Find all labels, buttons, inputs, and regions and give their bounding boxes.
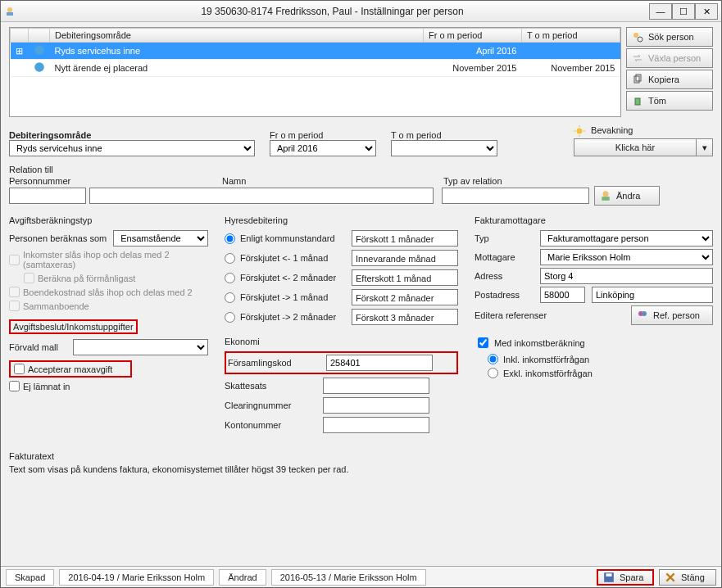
col-area[interactable]: Debiteringsområde: [50, 29, 424, 43]
globe-icon: [34, 61, 45, 73]
area-grid[interactable]: Debiteringsområde Fr o m period T o m pe…: [9, 27, 621, 117]
svg-rect-7: [636, 75, 641, 81]
close-form-button[interactable]: Stäng: [659, 569, 716, 586]
svg-point-9: [577, 129, 583, 134]
close-icon: [665, 572, 676, 583]
city-input[interactable]: [592, 287, 713, 303]
svg-point-4: [633, 33, 638, 38]
svg-point-5: [638, 37, 643, 42]
namn-label: Namn: [222, 176, 435, 186]
mott-select[interactable]: Marie Eriksson Holm: [540, 249, 713, 265]
andrad-value: 2016-05-13 / Marie Eriksson Holm: [271, 569, 426, 586]
ekonomi-header: Ekonomi: [225, 337, 458, 346]
pnr-input[interactable]: [9, 188, 86, 204]
svg-point-3: [34, 62, 44, 72]
adr-label: Adress: [475, 271, 534, 281]
svg-point-14: [603, 191, 609, 197]
typ-select[interactable]: Fakturamottagare person: [540, 230, 713, 247]
cb-forman: [24, 273, 34, 283]
copy-icon: [632, 74, 643, 85]
table-row[interactable]: Nytt ärende ej placerad November 2015 No…: [11, 60, 620, 77]
expand-icon[interactable]: ⊞: [11, 43, 29, 60]
reltype-label: Typ av relation: [443, 176, 599, 186]
faktmott-header: Fakturamottagare: [475, 215, 713, 225]
svg-rect-8: [635, 98, 640, 105]
radio-inkl[interactable]: [488, 354, 498, 364]
globe-icon: [34, 44, 45, 56]
copy-button[interactable]: Kopiera: [626, 70, 713, 89]
people-icon: [637, 310, 648, 321]
svg-point-0: [7, 7, 12, 12]
mall-select[interactable]: [73, 339, 208, 355]
to-period-select[interactable]: [391, 140, 497, 156]
svg-point-17: [642, 311, 647, 316]
clearing-input[interactable]: [323, 397, 429, 414]
reltype-input[interactable]: [442, 188, 589, 204]
skapad-value: 2016-04-19 / Marie Eriksson Holm: [59, 569, 214, 586]
person-icon: [600, 190, 611, 201]
window-title: 19 350630-8174 Fredriksson, Paul - Instä…: [16, 6, 649, 17]
hyra-header: Hyresdebitering: [225, 215, 458, 225]
table-row[interactable]: ⊞ Ryds servicehus inne April 2016: [11, 43, 620, 60]
clear-button[interactable]: Töm: [626, 91, 713, 111]
avgift-header: Avgiftsberäkningstyp: [9, 215, 208, 225]
beraknas-select[interactable]: Ensamstående: [113, 230, 208, 247]
from-period-select[interactable]: April 2016: [270, 140, 376, 156]
bevakning-label: Bevakning: [574, 125, 713, 137]
radio-f1[interactable]: [225, 292, 235, 303]
cb-inkomster: [9, 255, 20, 265]
mott-label: Mottagare: [475, 252, 534, 262]
person-search-icon: [632, 31, 643, 43]
zip-input[interactable]: [540, 287, 585, 303]
radio-b1[interactable]: [225, 253, 235, 264]
cb-medinkomst[interactable]: [478, 337, 488, 348]
radio-b2[interactable]: [225, 273, 235, 283]
fakturatext-desc: Text som visas på kundens faktura, ekono…: [9, 464, 713, 474]
avgiftsbeslut-header: Avgiftsbeslut/Inkomstuppgifter: [9, 319, 138, 334]
search-person-button[interactable]: Sök person: [626, 27, 713, 47]
bevakning-button[interactable]: Klicka här: [574, 138, 697, 156]
namn-input[interactable]: [89, 188, 434, 204]
cb-ejlamnat[interactable]: [9, 381, 20, 391]
col-to[interactable]: T o m period: [522, 29, 620, 43]
clearing-label: Clearingnummer: [225, 400, 315, 410]
switch-person-button[interactable]: Växla person: [626, 48, 713, 68]
minimize-button[interactable]: —: [649, 3, 672, 20]
save-icon: [603, 572, 615, 583]
swap-icon: [632, 52, 643, 64]
trash-icon: [632, 95, 643, 106]
adr-input[interactable]: [540, 268, 713, 284]
bevakning-dropdown[interactable]: ▾: [697, 138, 713, 156]
typ-label: Typ: [475, 233, 534, 243]
skapad-label: Skapad: [6, 569, 54, 586]
close-button[interactable]: ✕: [695, 3, 718, 20]
titlebar: 19 350630-8174 Fredriksson, Paul - Instä…: [1, 1, 721, 22]
radio-std[interactable]: [225, 233, 235, 244]
radio-exkl[interactable]: [488, 368, 498, 378]
area-select[interactable]: Ryds servicehus inne: [9, 140, 255, 156]
change-relation-button[interactable]: Ändra: [594, 186, 660, 206]
beraknas-label: Personen beräknas som: [9, 233, 107, 243]
konto-label: Kontonummer: [225, 420, 315, 430]
fakturatext-header: Fakturatext: [9, 451, 713, 461]
save-button[interactable]: Spara: [597, 569, 654, 586]
to-label: T o m period: [391, 130, 497, 140]
app-icon: [4, 6, 16, 17]
col-from[interactable]: Fr o m period: [424, 29, 522, 43]
andrad-label: Ändrad: [219, 569, 266, 586]
maximize-button[interactable]: ☐: [672, 3, 695, 20]
forsamling-input[interactable]: [326, 355, 433, 371]
radio-f2[interactable]: [225, 312, 235, 323]
from-label: Fr o m period: [270, 130, 376, 140]
svg-rect-6: [634, 76, 639, 83]
cb-maxavgift[interactable]: [14, 364, 25, 374]
cb-boende: [9, 287, 20, 297]
cb-sambo: [9, 301, 20, 311]
skatt-input[interactable]: [323, 378, 429, 394]
area-label: Debiteringsområde: [9, 130, 255, 140]
post-label: Postadress: [475, 290, 534, 300]
svg-rect-1: [7, 12, 13, 16]
forsamling-label: Församlingskod: [228, 358, 318, 368]
ref-person-button[interactable]: Ref. person: [631, 305, 713, 325]
konto-input[interactable]: [323, 417, 429, 433]
